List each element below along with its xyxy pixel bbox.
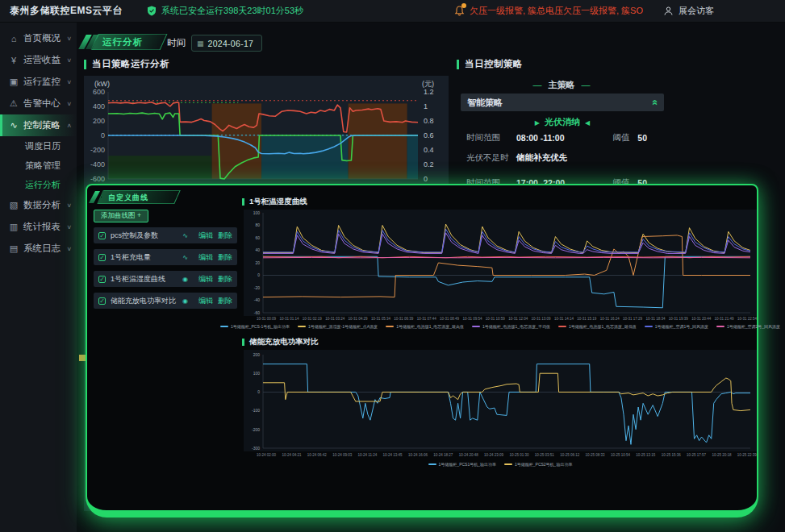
main-strategy-group-title: —主策略—: [457, 79, 666, 91]
eye-icon[interactable]: ◉: [182, 297, 188, 305]
svg-text:-200: -200: [252, 427, 260, 432]
right-triangle-icon: ◀: [585, 119, 590, 127]
legend-item[interactable]: 1号储能柜_PCS2号机_输出功率: [504, 462, 572, 467]
sidebar-item-strategy[interactable]: ∿控制策略∧: [0, 114, 77, 136]
left-triangle-icon: ▶: [535, 119, 540, 127]
svg-text:0.6: 0.6: [424, 131, 434, 139]
svg-text:-60: -60: [254, 310, 260, 315]
power-chart-title: 储能充放电功率对比: [249, 337, 319, 347]
curve-list-item[interactable]: ✓ pcs控制及参数 ∿ 编辑 删除: [94, 227, 237, 243]
svg-text:(kW): (kW): [94, 80, 110, 88]
temp-chart-title-row: 1号柜温湿度曲线: [242, 197, 307, 207]
svg-text:40: 40: [255, 247, 260, 252]
edit-link[interactable]: 编辑: [198, 296, 213, 306]
svg-text:100: 100: [253, 210, 261, 215]
power-chart-xaxis: 10-24 02:0010-24 04:2110-24 06:4210-24 0…: [257, 453, 757, 457]
svg-text:100: 100: [253, 371, 261, 376]
curve-list-item[interactable]: ✓ 储能充放电功率对比 ◉ 编辑 删除: [94, 293, 237, 309]
svg-text:-200: -200: [90, 146, 105, 154]
alarm-bell-icon[interactable]: [454, 6, 465, 16]
log-icon: ▤: [8, 243, 19, 254]
delete-link[interactable]: 删除: [218, 231, 232, 241]
svg-text:0: 0: [101, 131, 105, 139]
sidebar-item-alarm[interactable]: ⚠告警中心∨: [0, 93, 77, 114]
eye-icon[interactable]: ◉: [182, 276, 188, 283]
sidebar-subitem[interactable]: 策略管理: [0, 156, 77, 175]
username[interactable]: 展会访客: [679, 5, 714, 17]
curve-list-item[interactable]: ✓ 1号柜温湿度曲线 ◉ 编辑 删除: [94, 271, 237, 287]
control-panel-title: 当日控制策略: [465, 58, 523, 70]
checkbox-checked[interactable]: ✓: [98, 297, 106, 305]
time-label: 时间: [167, 37, 186, 49]
edit-link[interactable]: 编辑: [198, 274, 213, 285]
svg-text:0: 0: [257, 272, 260, 277]
edit-link[interactable]: 编辑: [198, 231, 213, 241]
svg-text:-40: -40: [254, 297, 260, 302]
delete-link[interactable]: 删除: [218, 296, 232, 306]
legend-item[interactable]: 1号储能柜_空调2号_回风温度: [716, 324, 780, 329]
sidebar-subitem[interactable]: 运行分析: [0, 175, 77, 194]
svg-text:200: 200: [253, 352, 261, 357]
edit-link[interactable]: 编辑: [198, 252, 213, 263]
dash-decoration: —: [533, 80, 542, 89]
curve-list-item[interactable]: ✓ 1号柜充电量 ∿ 编辑 删除: [94, 249, 237, 265]
sidebar-item-monitor[interactable]: ▣运行监控∨: [0, 71, 77, 93]
legend-marker: [558, 326, 566, 327]
title-accent-bar: [242, 198, 244, 206]
chevron-icon: ∨: [66, 57, 72, 64]
legend-marker: [298, 326, 306, 327]
legend-item[interactable]: 1号储能柜_电池簇1_电芯温度_最低值: [558, 324, 637, 329]
smart-strategy-header[interactable]: 智能策略 «: [461, 94, 664, 111]
user-icon: [664, 6, 673, 15]
power-chart-legend: 1号储能柜_PCS1号机_输出功率1号储能柜_PCS2号机_输出功率: [244, 462, 757, 467]
date-picker[interactable]: ▦ 2024-06-17: [191, 35, 262, 52]
legend-item[interactable]: 1号储能柜_电池簇1_电芯温度_平均值: [472, 324, 550, 329]
title-accent-bar: [84, 60, 86, 69]
alarm-badge: [461, 3, 466, 8]
sidebar-item-analysis[interactable]: ▧数据分析∨: [0, 194, 77, 216]
svg-text:-300: -300: [252, 446, 260, 451]
sidebar: ⌂首页概况∨¥运营收益∨▣运行监控∨⚠告警中心∨∿控制策略∧调度日历策略管理运行…: [0, 23, 77, 532]
add-curve-button[interactable]: 添加曲线图 +: [94, 210, 148, 222]
chevron-icon: ∨: [66, 79, 72, 85]
title-accent-bar: [457, 60, 459, 69]
checkbox-checked[interactable]: ✓: [98, 276, 106, 283]
sidebar-item-report[interactable]: ▥统计报表∨: [0, 216, 77, 238]
svg-text:80: 80: [255, 222, 260, 227]
home-icon: ⌂: [8, 34, 19, 44]
date-value: 2024-06-17: [208, 39, 254, 48]
legend-marker: [220, 326, 228, 327]
legend-item[interactable]: 1号储能柜_PCS-1号机_输出功率: [220, 324, 290, 329]
svg-text:1.2: 1.2: [424, 88, 434, 96]
pv-mode-title: ▶光伏消纳◀: [461, 116, 664, 128]
dash-decoration: —: [582, 80, 591, 89]
revenue-icon: ¥: [8, 56, 19, 65]
svg-text:20: 20: [255, 260, 260, 265]
sidebar-subitem[interactable]: 调度日历: [0, 136, 77, 156]
legend-item[interactable]: 1号储能柜_PCS1号机_输出功率: [428, 462, 496, 467]
legend-item[interactable]: 1号储能柜_电池簇1_电芯温度_最高值: [386, 324, 464, 329]
sidebar-item-revenue[interactable]: ¥运营收益∨: [0, 49, 77, 71]
svg-text:400: 400: [93, 102, 105, 110]
tab-run-analysis-label[interactable]: 运行分析: [102, 36, 143, 48]
legend-marker: [386, 326, 394, 327]
delete-link[interactable]: 删除: [218, 252, 232, 263]
checkbox-checked[interactable]: ✓: [98, 232, 106, 239]
legend-item[interactable]: 1号储能柜_空调1号_回风温度: [645, 324, 708, 329]
strategy-row: 光伏不足时 储能补充优先: [466, 152, 668, 164]
legend-item[interactable]: 1号储能柜_温湿度-1号储能柜_点A温度: [298, 324, 378, 329]
delete-link[interactable]: 删除: [218, 274, 232, 285]
legend-marker: [428, 463, 436, 465]
temp-chart-title: 1号柜温湿度曲线: [249, 197, 307, 207]
svg-text:200: 200: [93, 117, 105, 125]
svg-text:0.8: 0.8: [424, 117, 434, 125]
collapse-icon[interactable]: «: [650, 99, 658, 105]
alert-ticker[interactable]: 欠压一级报警, 簇总电压欠压一级报警, 簇SO: [470, 5, 643, 17]
screen: 泰州多储联控EMS云平台 系统已安全运行398天23时01分53秒 欠压一级报警…: [0, 0, 785, 532]
chevron-icon: ∨: [66, 246, 72, 252]
svg-text:0.4: 0.4: [424, 146, 434, 154]
report-icon: ▥: [8, 222, 19, 232]
sidebar-item-home[interactable]: ⌂首页概况∨: [0, 27, 77, 49]
sidebar-item-log[interactable]: ▤系统日志∨: [0, 238, 77, 260]
checkbox-checked[interactable]: ✓: [98, 254, 106, 261]
